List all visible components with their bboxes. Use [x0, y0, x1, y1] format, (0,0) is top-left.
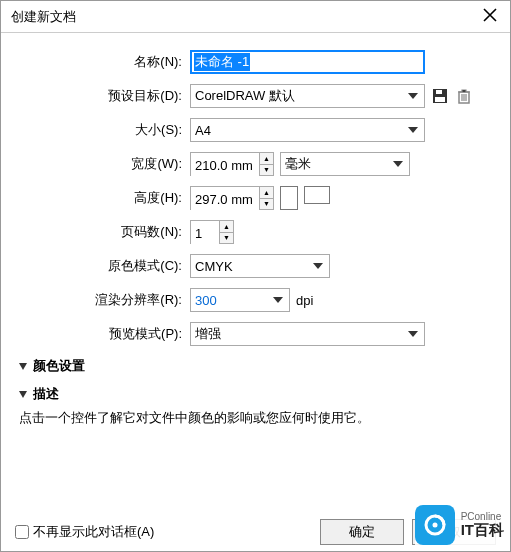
close-icon[interactable] [480, 6, 500, 27]
chevron-down-icon [408, 93, 418, 99]
spinner-down-icon[interactable]: ▼ [260, 199, 273, 210]
svg-point-5 [432, 523, 437, 528]
colormode-dropdown[interactable]: CMYK [190, 254, 330, 278]
height-input[interactable] [191, 187, 259, 211]
spinner-down-icon[interactable]: ▼ [220, 233, 233, 244]
watermark-line2: IT百科 [461, 522, 504, 539]
pages-spinner[interactable]: ▲▼ [190, 220, 234, 244]
ok-button[interactable]: 确定 [320, 519, 404, 545]
spinner-up-icon[interactable]: ▲ [220, 221, 233, 233]
preset-dropdown[interactable]: CorelDRAW 默认 [190, 84, 425, 108]
width-spinner[interactable]: ▲▼ [190, 152, 274, 176]
save-preset-icon[interactable] [431, 87, 449, 105]
delete-preset-icon[interactable] [455, 87, 473, 105]
chevron-down-icon [408, 127, 418, 133]
spinner-up-icon[interactable]: ▲ [260, 187, 273, 199]
name-input[interactable]: 未命名 -1 [190, 50, 425, 74]
label-preview: 预览模式(P): [15, 325, 190, 343]
resolution-unit: dpi [296, 293, 313, 308]
chevron-down-icon [313, 263, 323, 269]
chevron-down-icon [408, 331, 418, 337]
label-colormode: 原色模式(C): [15, 257, 190, 275]
chevron-down-icon [19, 363, 27, 370]
chevron-down-icon [393, 161, 403, 167]
spinner-down-icon[interactable]: ▼ [260, 165, 273, 176]
dialog-content: 名称(N): 未命名 -1 预设目标(D): CorelDRAW 默认 大小(S… [1, 33, 510, 443]
chevron-down-icon [273, 297, 283, 303]
label-resolution: 渲染分辨率(R): [15, 291, 190, 309]
unit-dropdown[interactable]: 毫米 [280, 152, 410, 176]
label-size: 大小(S): [15, 121, 190, 139]
window-title: 创建新文档 [11, 8, 76, 26]
orientation-portrait-button[interactable] [280, 186, 298, 210]
label-pages: 页码数(N): [15, 223, 190, 241]
dont-show-checkbox[interactable]: 不再显示此对话框(A) [15, 523, 154, 541]
resolution-dropdown[interactable]: 300 [190, 288, 290, 312]
label-name: 名称(N): [15, 53, 190, 71]
dont-show-checkbox-input[interactable] [15, 525, 29, 539]
svg-rect-1 [435, 97, 445, 102]
label-width: 宽度(W): [15, 155, 190, 173]
pages-input[interactable] [191, 221, 219, 245]
section-color-settings[interactable]: 颜色设置 [19, 357, 496, 375]
height-spinner[interactable]: ▲▼ [190, 186, 274, 210]
preview-dropdown[interactable]: 增强 [190, 322, 425, 346]
watermark-icon [415, 505, 455, 545]
orientation-landscape-button[interactable] [304, 186, 330, 204]
label-preset: 预设目标(D): [15, 87, 190, 105]
spinner-up-icon[interactable]: ▲ [260, 153, 273, 165]
description-text: 点击一个控件了解它对文件中颜色的影响或您应何时使用它。 [19, 409, 492, 427]
label-height: 高度(H): [15, 189, 190, 207]
titlebar: 创建新文档 [1, 1, 510, 33]
watermark: PConline IT百科 [415, 505, 504, 545]
section-description[interactable]: 描述 [19, 385, 496, 403]
chevron-down-icon [19, 391, 27, 398]
width-input[interactable] [191, 153, 259, 177]
size-dropdown[interactable]: A4 [190, 118, 425, 142]
svg-rect-2 [436, 90, 442, 94]
